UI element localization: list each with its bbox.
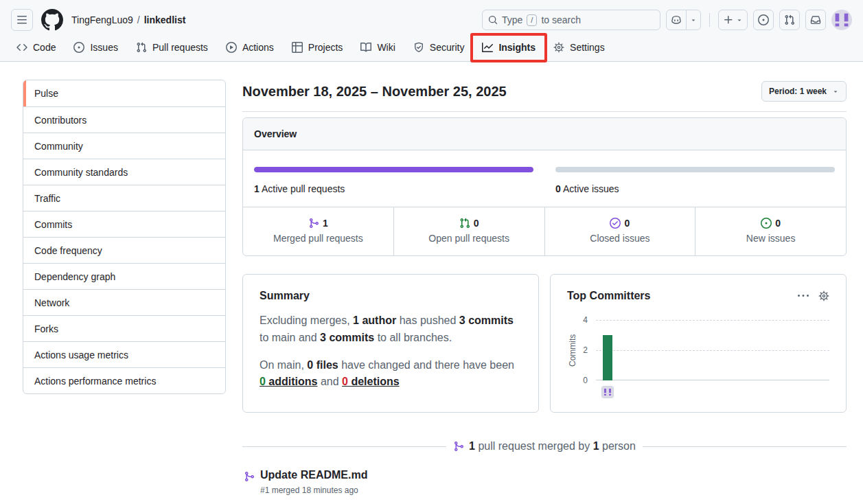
hamburger-menu-button[interactable] <box>11 9 33 31</box>
copilot-dropdown-button[interactable] <box>686 10 701 30</box>
global-header: TingFengLuo9/linkedlist Type/to search C… <box>0 0 863 62</box>
summary-text: and <box>317 376 342 387</box>
summary-paragraph-2: On main, 0 files have changed and there … <box>260 357 522 391</box>
sidebar-item-label: Community <box>34 141 83 152</box>
stat-merged-pull-requests[interactable]: 1 Merged pull requests <box>243 207 393 255</box>
search-input[interactable]: Type/to search <box>482 10 660 30</box>
merged-text: pull request merged by <box>475 440 593 452</box>
period-label: Period: 1 week <box>769 87 827 96</box>
chart-settings-button[interactable] <box>818 290 829 301</box>
stat-label: Merged pull requests <box>249 233 388 244</box>
stat-new-issues[interactable]: 0 New issues <box>695 207 846 255</box>
stat-value: 1 <box>323 218 328 229</box>
shield-icon <box>413 42 424 53</box>
stat-open-pull-requests[interactable]: 0 Open pull requests <box>393 207 544 255</box>
pull-requests-progress-fill <box>254 167 533 172</box>
sidebar-item-community-standards[interactable]: Community standards <box>23 159 225 185</box>
sidebar-item-contributors[interactable]: Contributors <box>23 106 225 133</box>
sidebar-item-network[interactable]: Network <box>23 289 225 315</box>
sidebar-item-traffic[interactable]: Traffic <box>23 185 225 211</box>
github-logo[interactable] <box>41 9 63 31</box>
sidebar-item-label: Pulse <box>34 88 58 99</box>
additions-link[interactable]: 0 additions <box>260 376 317 387</box>
issues-dashboard-button[interactable] <box>753 10 774 30</box>
gear-icon <box>553 42 564 53</box>
tab-settings[interactable]: Settings <box>548 38 610 57</box>
sidebar-item-label: Actions usage metrics <box>34 350 128 360</box>
sidebar-item-commits[interactable]: Commits <box>23 211 225 237</box>
create-new-button[interactable] <box>718 10 748 30</box>
kebab-menu-button[interactable] <box>798 290 809 301</box>
tab-actions[interactable]: Actions <box>220 38 279 57</box>
active-issues-block: 0 Active issues <box>544 150 846 207</box>
copilot-button[interactable] <box>666 10 687 30</box>
sidebar-item-community[interactable]: Community <box>23 133 225 159</box>
merged-summary-text: 1 pull request merged by 1 person <box>446 440 643 453</box>
sidebar-item-label: Code frequency <box>34 245 102 256</box>
sidebar-item-forks[interactable]: Forks <box>23 315 225 341</box>
stat-closed-issues[interactable]: 0 Closed issues <box>544 207 695 255</box>
active-accent-bar <box>23 80 26 106</box>
avatar[interactable] <box>831 10 852 30</box>
pr-title-link[interactable]: Update README.md <box>260 469 367 481</box>
github-logo-icon <box>41 9 63 31</box>
kebab-icon <box>798 290 809 301</box>
tab-label: Settings <box>570 42 605 53</box>
tab-wiki[interactable]: Wiki <box>355 38 400 57</box>
committer-avatar[interactable] <box>601 386 614 398</box>
tab-label: Actions <box>242 42 274 53</box>
header-left: TingFengLuo9/linkedlist <box>11 9 185 31</box>
search-placeholder-suffix: to search <box>541 14 581 25</box>
search-icon <box>488 15 498 25</box>
graph-icon <box>482 42 493 53</box>
pr-item-body: Update README.md #1 merged 18 minutes ag… <box>260 469 367 495</box>
stat-label: Closed issues <box>551 233 690 244</box>
summary-text: to main and <box>260 332 320 343</box>
summary-text: Excluding merges, <box>260 314 353 326</box>
period-dropdown[interactable]: Period: 1 week <box>761 81 847 102</box>
tab-label: Security <box>430 42 465 53</box>
git-merge-icon <box>308 218 319 229</box>
sidebar-item-pulse[interactable]: Pulse <box>23 80 225 106</box>
tab-label: Pull requests <box>152 42 208 53</box>
summary-text: to all branches. <box>374 332 452 343</box>
sidebar-item-actions-usage-metrics[interactable]: Actions usage metrics <box>23 341 225 367</box>
projects-icon <box>292 42 303 53</box>
sidebar-item-label: Community standards <box>34 167 128 178</box>
additions-label: additions <box>266 376 318 387</box>
top-committers-panel: Top Committers Commits 4 2 0 <box>550 274 847 413</box>
sidebar-item-actions-performance-metrics[interactable]: Actions performance metrics <box>23 367 225 393</box>
pull-requests-dashboard-button[interactable] <box>779 10 800 30</box>
summary-committers-row: Summary Excluding merges, 1 author has p… <box>242 274 847 413</box>
inbox-button[interactable] <box>805 10 826 30</box>
chevron-down-icon <box>690 16 697 23</box>
active-issues-count: 0 <box>555 183 561 194</box>
divider-line <box>242 446 446 447</box>
copilot-split-button <box>666 10 701 30</box>
search-placeholder-prefix: Type <box>502 14 522 25</box>
breadcrumb: TingFengLuo9/linkedlist <box>71 14 185 25</box>
sidebar-item-code-frequency[interactable]: Code frequency <box>23 237 225 263</box>
issue-opened-icon <box>761 218 772 229</box>
tab-security[interactable]: Security <box>408 38 470 57</box>
y-tick: 0 <box>583 376 588 385</box>
sidebar-item-dependency-graph[interactable]: Dependency graph <box>23 263 225 289</box>
tab-projects[interactable]: Projects <box>286 38 349 57</box>
tab-pull-requests[interactable]: Pull requests <box>130 38 214 57</box>
git-pull-request-icon <box>459 218 470 229</box>
header-right: Type/to search <box>482 10 852 30</box>
tab-code[interactable]: Code <box>11 38 61 57</box>
tab-label: Issues <box>90 42 117 53</box>
git-pull-request-icon <box>784 14 795 25</box>
tab-issues[interactable]: Issues <box>68 38 123 57</box>
page-title: November 18, 2025 – November 25, 2025 <box>242 84 507 100</box>
breadcrumb-repo-link[interactable]: linkedlist <box>144 14 186 25</box>
pr-meta: #1 merged 18 minutes ago <box>260 485 367 495</box>
breadcrumb-owner-link[interactable]: TingFengLuo9 <box>71 14 133 25</box>
committer-bar[interactable] <box>603 335 612 380</box>
summary-text: has pushed <box>396 314 459 326</box>
summary-files-changed: 0 files <box>307 359 338 371</box>
deletions-link[interactable]: 0 deletions <box>342 376 400 387</box>
tab-insights[interactable]: Insights <box>476 38 541 57</box>
active-issues-label: 0 Active issues <box>555 183 835 194</box>
